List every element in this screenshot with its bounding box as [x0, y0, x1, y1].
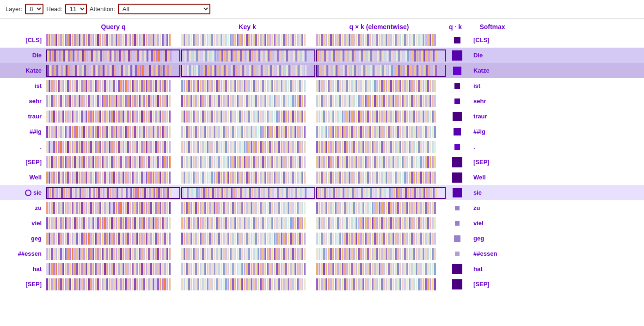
bar-segment — [244, 141, 245, 153]
bar-segment — [352, 65, 354, 76]
bar-segment — [247, 188, 249, 198]
key-bars — [181, 80, 315, 92]
bar-segment — [106, 202, 108, 214]
bar-segment — [290, 263, 292, 275]
bar-segment — [156, 65, 158, 76]
bar-segment — [380, 50, 381, 62]
bar-segment — [225, 263, 227, 275]
bar-segment — [328, 248, 330, 260]
bar-segment — [255, 126, 257, 138]
bar-segment — [271, 217, 273, 229]
bar-segment — [214, 126, 215, 138]
bar-segment — [189, 65, 191, 76]
token-text: hat — [33, 265, 42, 272]
bar-segment — [323, 95, 325, 107]
bar-segment — [381, 233, 383, 245]
bar-segment — [275, 65, 276, 76]
bar-segment — [209, 95, 211, 107]
bar-segment — [227, 263, 229, 275]
bar-segment — [349, 217, 350, 229]
bar-segment — [193, 263, 195, 275]
bar-segment — [253, 172, 255, 184]
bar-segment — [100, 50, 102, 62]
bar-segment — [100, 65, 102, 76]
bar-segment — [304, 111, 306, 123]
attention-select[interactable]: All From To Query-Key — [118, 4, 210, 14]
bar-segment — [132, 95, 134, 107]
bar-segment — [136, 34, 138, 46]
bar-segment — [118, 248, 120, 260]
bar-segment — [432, 80, 434, 92]
bar-segment — [351, 111, 353, 123]
bar-segment — [232, 156, 234, 168]
bar-segment — [386, 278, 387, 290]
bar-segment — [283, 248, 285, 260]
bar-segment — [333, 50, 335, 62]
bar-segment — [427, 80, 429, 92]
bar-segment — [304, 34, 306, 46]
bar-segment — [53, 202, 55, 214]
bar-segment — [111, 278, 113, 290]
bar-segment — [151, 188, 153, 198]
bar-segment — [109, 263, 110, 275]
bar-segment — [362, 263, 364, 275]
bar-segment — [435, 65, 437, 76]
bar-segment — [241, 172, 243, 184]
bar-segment — [278, 248, 280, 260]
bar-segment — [67, 126, 69, 138]
bar-segment — [74, 217, 76, 229]
bar-segment — [107, 50, 109, 62]
bar-segment — [423, 50, 425, 62]
bar-segment — [434, 278, 436, 290]
bar-segment — [325, 95, 327, 107]
bar-segment — [82, 65, 84, 76]
bar-segment — [344, 126, 346, 138]
bar-segment — [164, 248, 166, 260]
bar-segment — [104, 233, 106, 245]
bar-segment — [118, 233, 120, 245]
bar-segment — [233, 65, 235, 76]
bar-segment — [379, 248, 380, 260]
bar-segment — [354, 65, 356, 76]
bar-segment — [68, 65, 70, 76]
bar-segment — [76, 248, 78, 260]
token-text: viel — [31, 220, 42, 227]
bar-segment — [235, 65, 237, 76]
bar-segment — [404, 217, 406, 229]
key-bars — [181, 217, 315, 229]
right-label: ##essen — [469, 250, 510, 257]
bar-segment — [83, 172, 85, 184]
bar-segment — [97, 263, 99, 275]
bar-segment — [395, 278, 397, 290]
head-select[interactable]: 11 — [65, 4, 87, 14]
bar-segment — [106, 95, 108, 107]
bar-segment — [244, 95, 245, 107]
bar-segment — [434, 95, 436, 107]
bar-segment — [346, 248, 348, 260]
bar-segment — [343, 50, 344, 62]
bar-segment — [232, 202, 234, 214]
bar-segment — [434, 248, 436, 260]
bar-segment — [332, 34, 334, 46]
bar-segment — [123, 156, 124, 168]
bar-segment — [249, 65, 251, 76]
bar-segment — [211, 263, 213, 275]
bar-segment — [135, 188, 137, 198]
bar-segment — [281, 248, 282, 260]
bar-segment — [107, 65, 109, 76]
bar-segment — [379, 202, 380, 214]
bar-segment — [157, 141, 159, 153]
token-row: Katze Katze — [0, 63, 644, 78]
bar-segment — [316, 263, 318, 275]
bar-segment — [132, 248, 134, 260]
bar-segment — [216, 141, 218, 153]
layer-select[interactable]: 8 — [25, 4, 43, 14]
bar-segment — [423, 141, 424, 153]
bar-segment — [162, 278, 164, 290]
bar-segment — [395, 233, 397, 245]
bar-segment — [210, 50, 212, 62]
bar-segment — [227, 34, 229, 46]
bar-segment — [260, 111, 262, 123]
bar-segment — [72, 172, 74, 184]
bar-segment — [195, 217, 197, 229]
